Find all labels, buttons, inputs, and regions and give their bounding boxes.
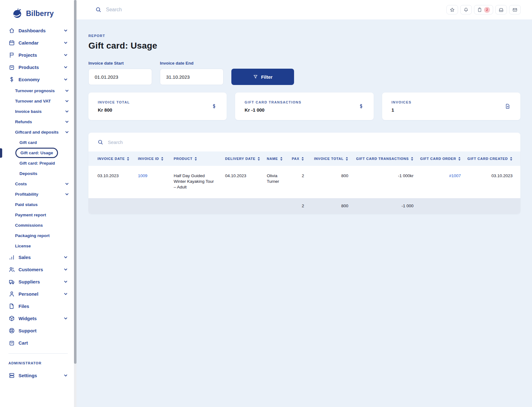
sidebar-item-products[interactable]: Products [0,61,76,73]
link-gift-card-order[interactable]: #1007 [449,173,461,178]
column-header-invoice-date[interactable]: INVOICE DATE [97,157,138,161]
sidebar-item-label: Widgets [18,316,37,321]
sidebar-item-gift-card-prepaid[interactable]: Gift card: Prepaid [0,158,76,168]
summary-cell-pax: 2 [287,203,304,209]
sidebar-item-giftcard-and-deposits[interactable]: Giftcard and deposits [0,127,76,137]
sidebar-item-customers[interactable]: Customers [0,263,76,276]
sidebar-item-label: Giftcard and deposits [15,130,59,135]
sidebar-item-commissions[interactable]: Commissions [0,220,76,230]
mail-button[interactable] [509,5,521,14]
column-header-gift-card-order[interactable]: GIFT CARD ORDER [413,157,461,161]
sidebar-item-payment-report[interactable]: Payment report [0,210,76,220]
column-label: GIFT CARD ORDER [420,157,456,161]
filter-bar: Invoice date Start Invoice date End Filt… [88,61,520,85]
sidebar-item-profitability[interactable]: Profitability [0,189,76,199]
favorites-button[interactable] [446,5,458,14]
chevron-down-icon [64,255,68,259]
sidebar-item-calendar[interactable]: Calendar [0,37,76,49]
star-icon [450,7,455,13]
sidebar-item-files[interactable]: Files [0,300,76,312]
cell-name: Olivia Turner [267,173,287,184]
sidebar-item-paid-status[interactable]: Paid status [0,199,76,210]
sidebar-item-personel[interactable]: Personel [0,288,76,300]
brand-logo[interactable]: Bilberry [0,0,76,24]
link-invoice-id[interactable]: 1009 [138,173,147,178]
sidebar-admin-nav: Settings [0,369,76,382]
summary-card-invoices: INVOICES1 [382,92,520,120]
column-header-name[interactable]: NAME [267,157,287,161]
cell-gift-card-transactions: -1 000kr [348,173,413,179]
notifications-button[interactable] [460,5,472,14]
brand-name: Bilberry [26,9,54,18]
dollar-icon [8,76,15,83]
clipboard-button[interactable]: 2 [474,5,493,14]
summary-cell-invoice-total: 800 [304,203,348,209]
column-header-delivery-date[interactable]: DELIVERY DATE [225,157,267,161]
sidebar-item-gift-card-usage[interactable]: Gift card: Usage [0,148,76,158]
sidebar-item-label: Invoice basis [15,109,42,114]
chevron-down-icon [64,53,68,57]
column-header-invoice-id[interactable]: INVOICE ID [138,157,174,161]
sidebar-item-support[interactable]: Support [0,325,76,337]
flag-icon [8,52,15,58]
sort-icon [194,157,197,161]
column-header-invoice-total[interactable]: INVOICE TOTAL [304,157,348,161]
chevron-down-icon [64,29,68,33]
sidebar-item-turnover-and-vat[interactable]: Turnover and VAT [0,96,76,106]
column-header-gift-card-created[interactable]: GIFT CARD CREATED [461,157,513,161]
sidebar-item-label: Customers [18,267,43,272]
column-header-pax[interactable]: PAX [287,157,304,161]
sidebar-item-packaging-report[interactable]: Packaging report [0,230,76,241]
sidebar-item-sales[interactable]: Sales [0,251,76,263]
sidebar-item-settings[interactable]: Settings [0,369,76,382]
column-header-product[interactable]: PRODUCT [174,157,225,161]
inbox-button[interactable] [495,5,507,14]
sidebar-item-widgets[interactable]: Widgets [0,312,76,325]
sidebar-item-label: Cart [18,340,28,346]
bag-icon [8,340,15,346]
sidebar-item-label: Paid status [15,202,38,207]
column-label: GIFT CARD TRANSACTIONS [356,157,409,161]
sidebar-item-deposits[interactable]: Deposits [0,168,76,179]
cell-gift-card-created: 03.10.2023 [461,173,513,179]
chevron-down-icon [64,316,68,320]
table-search-input[interactable] [108,140,208,145]
topbar: 2 [76,0,532,19]
bilberry-berry-icon [12,8,23,19]
sidebar-item-projects[interactable]: Projects [0,49,76,61]
sidebar-item-label: Economy [18,77,40,82]
filter-button[interactable]: Filter [231,69,294,85]
chevron-down-icon [65,99,69,103]
sort-icon [280,157,283,161]
cell-gift-card-order: #1007 [413,173,461,179]
column-label: NAME [267,157,278,161]
sidebar-item-invoice-basis[interactable]: Invoice basis [0,106,76,117]
sidebar-item-economy[interactable]: Economy [0,73,76,86]
home-icon [8,27,15,34]
sidebar-item-label: Calendar [18,40,39,45]
sidebar-item-label: Files [18,304,29,309]
sort-icon [257,157,260,161]
sidebar-item-refunds[interactable]: Refunds [0,117,76,127]
sidebar-scrollbar-thumb[interactable] [74,0,76,364]
sidebar-item-cart[interactable]: Cart [0,337,76,349]
end-date-input[interactable] [160,69,224,85]
page-title: Gift card: Usage [88,41,520,51]
sidebar-item-suppliers[interactable]: Suppliers [0,276,76,288]
sidebar-item-turnover-prognosis[interactable]: Turnover prognosis [0,86,76,96]
report-table-card: INVOICE DATEINVOICE IDPRODUCTDELIVERY DA… [88,133,520,214]
chevron-down-icon [65,182,69,186]
cell-product: Half Day Guided Winter Kayaking Tour – A… [174,173,225,190]
sidebar-item-costs[interactable]: Costs [0,179,76,189]
sidebar-item-gift-card[interactable]: Gift card [0,137,76,148]
sidebar-item-label: Gift card: Usage [15,148,58,158]
table-summary-row: 2800-1 000 [88,198,520,214]
sidebar-item-label: License [15,244,31,248]
card-value: 1 [392,107,511,113]
card-label: GIFT CARD TRANSACTIONS [245,100,364,104]
sidebar-item-license[interactable]: License [0,241,76,251]
sidebar-item-dashboards[interactable]: Dashboards [0,24,76,37]
column-header-gift-card-transactions[interactable]: GIFT CARD TRANSACTIONS [348,157,413,161]
search-input[interactable] [106,7,238,13]
start-date-input[interactable] [88,69,152,85]
